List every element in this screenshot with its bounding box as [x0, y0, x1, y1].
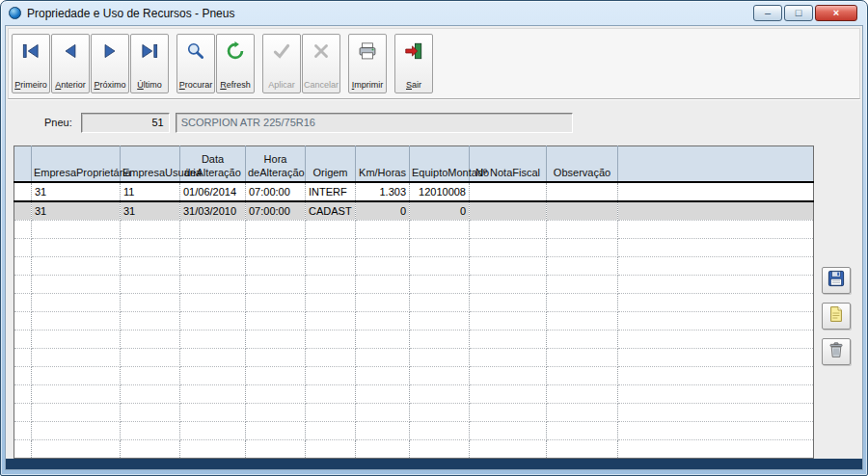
cell[interactable]: 12010008: [410, 182, 470, 201]
cell[interactable]: 1.303: [356, 182, 410, 201]
cell: [618, 220, 814, 238]
cell[interactable]: 01/06/2014: [180, 182, 246, 201]
pneu-code-field[interactable]: [81, 113, 170, 133]
cell: [410, 403, 470, 421]
cell: [410, 275, 470, 293]
cell[interactable]: [14, 182, 32, 201]
toolbar-button-label: Imprimir: [352, 80, 384, 90]
cell[interactable]: 31/03/2010: [180, 201, 246, 221]
col-header-empresa-proprietaria[interactable]: EmpresaProprietária: [32, 146, 121, 182]
cell: [32, 348, 121, 366]
cell: [470, 384, 547, 403]
table-row[interactable]: 313131/03/201007:00:00CADAST00: [14, 201, 814, 221]
table-row-empty: [14, 348, 814, 366]
cell: [121, 293, 180, 311]
delete-button[interactable]: [822, 338, 851, 365]
cell: [547, 330, 618, 348]
cell: [32, 384, 121, 403]
pneu-description-field[interactable]: [176, 113, 573, 133]
cell[interactable]: [547, 182, 618, 201]
cell: [547, 421, 618, 439]
cell: [306, 366, 356, 384]
cell: [14, 238, 32, 256]
cell: [246, 439, 306, 458]
cell[interactable]: 07:00:00: [246, 182, 306, 201]
cell[interactable]: [547, 201, 618, 221]
grid-body: 311101/06/201407:00:00INTERF1.3031201000…: [14, 182, 814, 459]
cell: [470, 311, 547, 330]
col-header-data-alteracao[interactable]: Data deAlteração: [180, 146, 246, 182]
next-record-button[interactable]: Próximo: [91, 34, 129, 93]
cell[interactable]: [470, 182, 547, 201]
table-row-empty: [14, 311, 814, 330]
cell[interactable]: 07:00:00: [246, 201, 306, 221]
col-header-empresa-usuaria[interactable]: EmpresaUsuária: [121, 146, 180, 182]
last-record-button[interactable]: Último: [130, 34, 169, 93]
cell: [356, 384, 410, 403]
col-header-km-horas[interactable]: Km/Horas: [356, 146, 410, 182]
cell: [121, 348, 180, 366]
new-record-button[interactable]: [822, 303, 851, 330]
close-button[interactable]: ×: [815, 5, 857, 21]
cell[interactable]: [14, 201, 32, 221]
print-button[interactable]: Imprimir: [348, 34, 387, 93]
cell[interactable]: 0: [410, 201, 470, 221]
cell[interactable]: CADAST: [306, 201, 356, 221]
cell[interactable]: [618, 201, 814, 221]
cell: [180, 330, 246, 348]
minimize-button[interactable]: –: [753, 5, 782, 21]
cancel-button[interactable]: Cancelar: [302, 34, 340, 93]
cell[interactable]: 11: [121, 182, 180, 201]
col-header-filler: [618, 146, 814, 182]
cell: [410, 293, 470, 311]
cell[interactable]: 31: [121, 201, 180, 221]
cell[interactable]: 0: [356, 201, 410, 221]
cell: [547, 311, 618, 330]
cell: [356, 256, 410, 275]
cell: [180, 256, 246, 275]
maximize-button[interactable]: □: [784, 5, 813, 21]
exit-button[interactable]: Sair: [394, 34, 433, 93]
cell: [306, 256, 356, 275]
toolbar-button-label: Anterior: [55, 80, 86, 90]
table-row[interactable]: 311101/06/201407:00:00INTERF1.3031201000…: [14, 182, 814, 201]
cell[interactable]: [618, 182, 814, 201]
table-row-empty: [14, 330, 814, 348]
search-button[interactable]: Procurar: [176, 34, 215, 93]
cell: [547, 220, 618, 238]
records-table: EmpresaProprietária EmpresaUsuária Data …: [14, 145, 814, 459]
col-header-origem[interactable]: Origem: [306, 146, 356, 182]
cell: [121, 256, 180, 275]
cell: [246, 220, 306, 238]
cell[interactable]: [470, 201, 547, 221]
save-button[interactable]: [822, 267, 851, 294]
window-controls: – □ ×: [753, 5, 857, 21]
cell: [470, 220, 547, 238]
previous-record-button[interactable]: Anterior: [51, 34, 90, 93]
apply-button[interactable]: Aplicar: [262, 34, 301, 93]
cell: [14, 293, 32, 311]
first-record-button[interactable]: Primeiro: [12, 34, 50, 93]
toolbar-button-label: Refresh: [220, 80, 251, 90]
col-header-hora-alteracao[interactable]: Hora deAlteração: [246, 146, 306, 182]
col-header-observacao[interactable]: Observação: [547, 146, 618, 182]
cell: [121, 403, 180, 421]
cell[interactable]: 31: [32, 182, 121, 201]
toolbar-button-label: Primeiro: [14, 80, 47, 90]
cell: [180, 384, 246, 403]
minimize-icon: –: [765, 7, 771, 18]
cell: [246, 293, 306, 311]
cell: [356, 403, 410, 421]
previous-record-icon: [60, 40, 81, 66]
col-header-nota-fiscal[interactable]: Nº NotaFiscal: [470, 146, 547, 182]
col-header-equipto-montado[interactable]: EquiptoMontado: [410, 146, 470, 182]
cell: [410, 220, 470, 238]
cell: [32, 293, 121, 311]
cell[interactable]: 31: [32, 201, 121, 221]
cell: [618, 439, 814, 458]
cell[interactable]: INTERF: [306, 182, 356, 201]
row-selector-header: [14, 146, 32, 182]
cell: [180, 403, 246, 421]
refresh-button[interactable]: Refresh: [216, 34, 255, 93]
title-bar[interactable]: Propriedade e Uso de Recursos - Pneus: [5, 1, 863, 25]
